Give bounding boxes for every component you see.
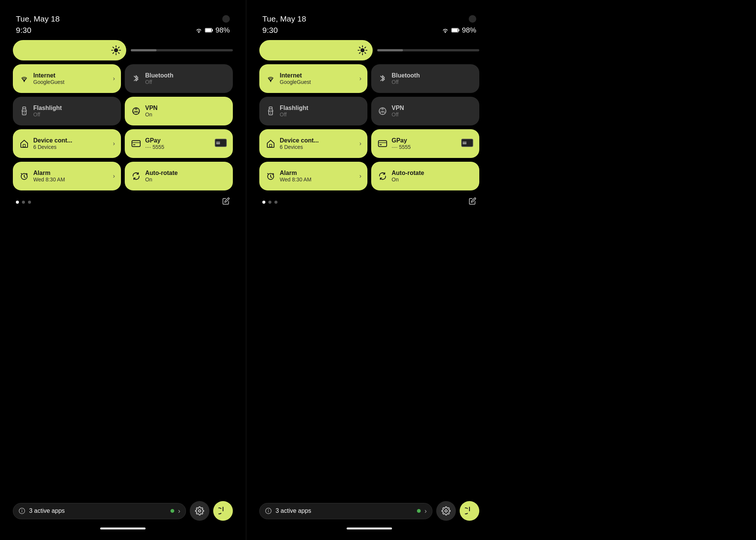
tile-chevron-icon: › — [113, 173, 115, 179]
svg-rect-3 — [206, 29, 211, 32]
card-icon — [131, 140, 141, 147]
active-apps-text: 3 active apps — [276, 508, 413, 514]
pagination-dot-2 — [28, 201, 31, 204]
svg-line-43 — [365, 47, 366, 48]
svg-rect-19 — [132, 141, 140, 147]
wifi-status-icon — [442, 27, 449, 33]
svg-line-41 — [365, 53, 366, 53]
svg-rect-45 — [269, 107, 272, 109]
tile-title: Internet — [33, 72, 109, 79]
settings-button[interactable] — [190, 501, 209, 521]
tile-subtitle: On — [392, 176, 473, 183]
tile-title: Bluetooth — [392, 72, 473, 79]
tile-chevron-icon: › — [113, 140, 115, 147]
power-button[interactable] — [460, 501, 479, 521]
tile-vpn[interactable]: VPNOn — [125, 97, 233, 125]
tile-title: Flashlight — [280, 105, 361, 111]
home-indicator — [347, 528, 392, 529]
svg-line-9 — [113, 47, 114, 48]
tile-flashlight[interactable]: FlashlightOff — [259, 97, 367, 125]
tile-subtitle: Off — [392, 111, 473, 118]
info-icon — [265, 508, 272, 514]
tile-gpay[interactable]: GPay···· 5555 — [125, 129, 233, 158]
tile-internet[interactable]: InternetGoogleGuest› — [259, 64, 367, 93]
tile-title: Internet — [280, 72, 356, 79]
battery-icon — [451, 28, 460, 33]
svg-point-31 — [445, 32, 446, 33]
svg-line-11 — [113, 53, 114, 53]
tile-chevron-icon: › — [113, 75, 115, 82]
tile-flashlight[interactable]: FlashlightOff — [13, 97, 121, 125]
active-apps-pill[interactable]: 3 active apps › — [13, 503, 186, 519]
svg-rect-52 — [380, 144, 382, 145]
phone-panel-right: Tue, May 189:30 98% InternetGoogleGuest› — [246, 0, 492, 540]
tile-subtitle: GoogleGuest — [280, 79, 356, 85]
tile-subtitle: Wed 8:30 AM — [33, 176, 109, 183]
battery-icon — [205, 28, 213, 33]
tile-title: GPay — [145, 137, 209, 144]
tile-chevron-icon: › — [359, 173, 361, 179]
tile-chevron-icon: › — [359, 75, 361, 82]
edit-tiles-button[interactable] — [222, 197, 230, 207]
tile-subtitle: 6 Devices — [280, 144, 356, 150]
tile-subtitle: ···· 5555 — [145, 144, 209, 150]
vpn-icon — [377, 107, 388, 116]
flashlight-icon — [19, 106, 29, 116]
svg-rect-2 — [212, 29, 213, 31]
settings-button[interactable] — [436, 501, 456, 521]
svg-point-35 — [361, 48, 365, 53]
tile-subtitle: On — [145, 176, 227, 183]
wifi-icon — [265, 75, 276, 82]
tile-autorotate[interactable]: Auto-rotateOn — [125, 162, 233, 190]
tile-device[interactable]: Device cont...6 Devices› — [13, 129, 121, 158]
tile-title: Device cont... — [280, 137, 356, 144]
tile-title: Bluetooth — [145, 72, 227, 79]
svg-line-12 — [118, 47, 119, 48]
active-apps-chevron: › — [424, 507, 427, 515]
pagination-dot-0 — [16, 201, 19, 204]
power-button[interactable] — [213, 501, 233, 521]
brightness-bar[interactable] — [259, 40, 373, 60]
tile-bluetooth[interactable]: BluetoothOff — [125, 64, 233, 93]
brightness-icon — [358, 45, 367, 55]
pagination-dot-2 — [274, 201, 277, 204]
brightness-icon — [111, 45, 121, 55]
svg-rect-24 — [216, 141, 220, 142]
brightness-bar[interactable] — [13, 40, 126, 60]
active-apps-pill[interactable]: 3 active apps › — [259, 503, 432, 519]
tile-internet[interactable]: InternetGoogleGuest› — [13, 64, 121, 93]
tile-gpay[interactable]: GPay···· 5555 — [371, 129, 479, 158]
tile-bluetooth[interactable]: BluetoothOff — [371, 64, 479, 93]
gpay-card-chip-icon — [215, 139, 227, 149]
tile-subtitle: Off — [392, 79, 473, 85]
svg-point-29 — [198, 510, 201, 512]
bluetooth-icon — [377, 74, 388, 84]
status-date: Tue, May 18 — [16, 14, 60, 23]
edit-tiles-button[interactable] — [469, 197, 476, 207]
tile-device[interactable]: Device cont...6 Devices› — [259, 129, 367, 158]
flashlight-icon — [265, 106, 276, 116]
tile-title: VPN — [145, 105, 227, 111]
home-indicator — [100, 528, 146, 529]
svg-point-4 — [114, 48, 118, 53]
info-icon — [19, 508, 25, 514]
tile-title: Alarm — [33, 170, 109, 176]
tile-title: Flashlight — [33, 105, 115, 111]
tile-autorotate[interactable]: Auto-rotateOn — [371, 162, 479, 190]
svg-rect-49 — [270, 144, 272, 147]
svg-line-42 — [359, 53, 360, 53]
phone-panel-left: Tue, May 189:30 98% InternetGoogleGuest› — [0, 0, 246, 540]
tile-subtitle: GoogleGuest — [33, 79, 109, 85]
tile-chevron-icon: › — [359, 140, 361, 147]
tile-alarm[interactable]: AlarmWed 8:30 AM› — [259, 162, 367, 190]
svg-rect-21 — [133, 144, 135, 145]
battery-percent: 98% — [215, 26, 230, 34]
tile-alarm[interactable]: AlarmWed 8:30 AM› — [13, 162, 121, 190]
tile-vpn[interactable]: VPNOff — [371, 97, 479, 125]
svg-rect-33 — [459, 29, 460, 31]
svg-rect-51 — [378, 142, 387, 143]
status-time: 9:30 — [16, 26, 31, 35]
svg-rect-34 — [452, 29, 458, 32]
svg-line-40 — [359, 47, 360, 48]
svg-line-10 — [118, 53, 119, 53]
